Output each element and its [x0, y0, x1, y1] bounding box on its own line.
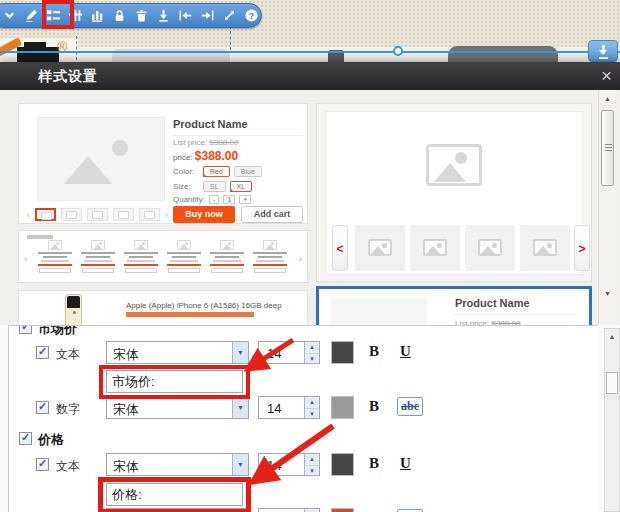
template-card-selected[interactable]: Product Name List price: $388.00	[316, 286, 592, 325]
bold-button[interactable]: B	[369, 455, 379, 472]
color-option-row: Color: Red Blue	[173, 166, 262, 177]
font-size-spinner[interactable]: 14 ▲▼	[258, 396, 320, 419]
template-card-carousel[interactable]: ‹ ›	[18, 230, 308, 283]
gallery-thumbnail	[465, 225, 515, 271]
prev-arrow-button: <	[332, 225, 348, 271]
list-price-label: List price:	[173, 138, 207, 147]
bold-button[interactable]: B	[369, 343, 379, 360]
placeholder-circle	[112, 140, 128, 156]
form-row-market-number: 数字 宋体 ▼ 14 ▲▼ B abc	[9, 396, 598, 420]
buy-now-button: Buy now	[173, 206, 235, 223]
price-prefix-input[interactable]	[106, 483, 243, 506]
strikethrough-button[interactable]: abc	[397, 397, 423, 416]
dialog-title: 样式设置	[38, 68, 98, 86]
font-size-spinner[interactable]: 14 ▲▼	[258, 453, 320, 476]
font-color-swatch[interactable]	[331, 508, 354, 512]
dialog-body: Product Name List price: $388.00 price: …	[0, 90, 620, 512]
image-placeholder	[37, 117, 165, 201]
preview-scrollbar[interactable]: ▲ ▼	[598, 90, 616, 325]
next-arrow-icon: ›	[165, 210, 168, 220]
annotation-red-box-toolbar	[42, 0, 74, 29]
section-row-market-price: 市场价	[9, 325, 598, 342]
quantity-label: Quantity:	[173, 195, 205, 204]
checkbox-market-price[interactable]	[19, 325, 32, 334]
chevron-down-icon[interactable]: ▼	[232, 342, 248, 363]
help-icon[interactable]: ?	[245, 9, 258, 22]
placeholder-mountain	[64, 156, 112, 184]
quantity-row: Quantity: - 1 +	[173, 195, 251, 204]
spinner-up-icon[interactable]: ▲	[305, 342, 319, 353]
selection-handle[interactable]	[393, 46, 403, 56]
close-icon[interactable]: ×	[601, 65, 612, 87]
checkbox-text[interactable]	[36, 346, 49, 359]
image-placeholder-icon	[533, 239, 557, 256]
size-option-row: Size: SL XL	[173, 181, 252, 192]
template-card-listing[interactable]: Apple (Apple) iPhone 6 (A1586) 16GB deep	[18, 290, 308, 325]
product-name: Product Name	[173, 118, 303, 136]
font-size-value: 14	[267, 401, 281, 416]
scroll-down-icon[interactable]: ▼	[599, 290, 616, 297]
template-card-gallery[interactable]: < >	[316, 103, 592, 282]
list-price-value: $388.00	[209, 138, 238, 147]
checkbox-price[interactable]	[19, 432, 32, 445]
spinner-down-icon[interactable]: ▼	[305, 465, 319, 476]
scrollbar-thumb[interactable]	[606, 372, 618, 394]
next-arrow-icon: ›	[299, 253, 302, 264]
bold-button[interactable]: B	[369, 398, 379, 415]
gallery-carousel: < >	[332, 225, 578, 271]
font-family-value: 宋体	[113, 401, 139, 419]
font-size-spinner[interactable]: 14 ▲▼	[258, 508, 320, 512]
selection-edge-line	[0, 51, 620, 53]
trash-icon[interactable]	[135, 9, 148, 22]
font-family-select[interactable]: 宋体 ▼	[106, 396, 249, 419]
prev-arrow-icon: ‹	[24, 253, 27, 264]
spinner-down-icon[interactable]: ▼	[305, 408, 319, 419]
scrollbar-thumb[interactable]	[601, 110, 614, 186]
image-placeholder-icon	[426, 144, 482, 186]
lock-icon[interactable]	[113, 9, 126, 22]
chevron-down-icon[interactable]	[3, 9, 16, 22]
font-family-value: 宋体	[113, 458, 139, 476]
font-family-select[interactable]: 宋体 ▼	[106, 341, 249, 364]
chevron-down-icon[interactable]: ▼	[232, 397, 248, 418]
chart-icon[interactable]	[91, 9, 104, 22]
style-form-panel: 市场价 文本 宋体 ▼ 14 ▲▼ B U	[8, 325, 598, 512]
checkbox-number[interactable]	[36, 401, 49, 414]
bar-arrow-right-icon[interactable]	[201, 9, 214, 22]
resize-icon[interactable]	[223, 9, 236, 22]
chevron-down-icon[interactable]: ▼	[232, 454, 248, 475]
thumbnail-strip: ‹ ›	[27, 208, 168, 221]
font-color-swatch[interactable]	[331, 341, 354, 364]
thumbnail	[61, 208, 82, 221]
scroll-up-icon[interactable]: ▲	[599, 95, 616, 102]
checkbox-text[interactable]	[36, 458, 49, 471]
edit-icon[interactable]	[25, 9, 38, 22]
row-label: 文本	[56, 346, 80, 363]
font-family-select[interactable]: 宋体 ▼	[106, 453, 249, 476]
thumbnail	[139, 208, 160, 221]
guide-line	[76, 36, 77, 60]
section-row-price: 价格	[9, 429, 598, 453]
spinner-down-icon[interactable]: ▼	[305, 353, 319, 364]
bar-arrow-left-icon[interactable]	[179, 9, 192, 22]
spinner-up-icon[interactable]: ▲	[305, 454, 319, 465]
download-button[interactable]	[588, 40, 618, 62]
template-card-detail[interactable]: Product Name List price: $388.00 price: …	[18, 103, 308, 224]
spinner-up-icon[interactable]: ▲	[305, 397, 319, 408]
scroll-up-icon[interactable]: ▲	[605, 333, 619, 340]
mini-product-card	[121, 240, 161, 280]
font-color-swatch[interactable]	[331, 453, 354, 476]
image-placeholder-icon	[48, 240, 62, 250]
underline-button[interactable]: U	[400, 343, 411, 360]
form-row-price-text: 文本 宋体 ▼ 14 ▲▼ B U	[9, 453, 598, 477]
font-color-swatch[interactable]	[331, 396, 354, 419]
font-size-spinner[interactable]: 14 ▲▼	[258, 341, 320, 364]
underline-button[interactable]: U	[400, 455, 411, 472]
price-value: $388.00	[195, 149, 238, 163]
market-price-prefix-input[interactable]	[106, 370, 243, 393]
font-family-select[interactable]: 宋体 ▼	[106, 508, 249, 512]
image-placeholder-icon	[177, 240, 191, 250]
form-scrollbar[interactable]: ▲	[604, 328, 620, 512]
download-icon[interactable]	[157, 9, 170, 22]
image-placeholder	[331, 298, 427, 325]
